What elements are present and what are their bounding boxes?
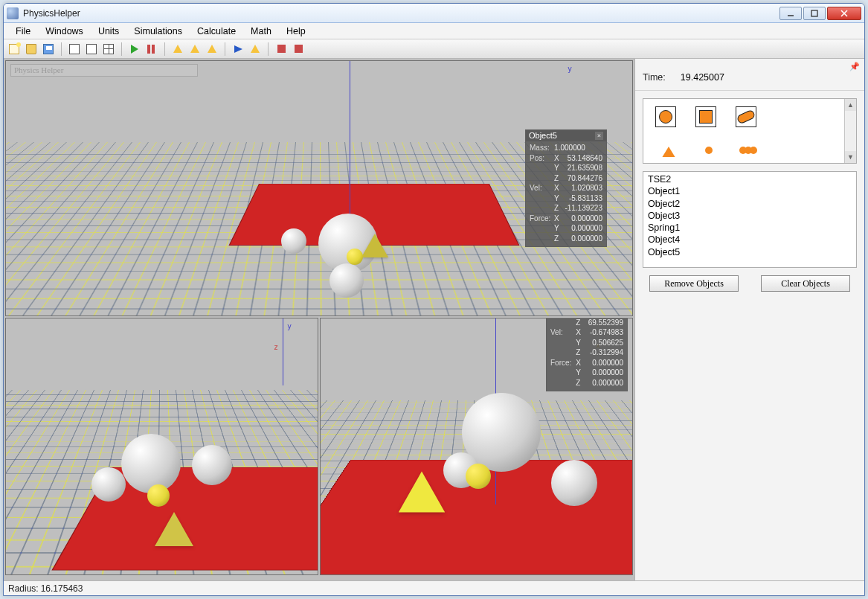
save-button[interactable] — [41, 42, 56, 57]
overlay-object5[interactable]: Object5 × Mass:1.000000 Pos:X53.148640 Y… — [525, 129, 607, 247]
list-item[interactable]: TSE2 — [648, 173, 852, 185]
arrow-right-icon — [234, 45, 242, 53]
palette-compound[interactable] — [739, 147, 759, 157]
stop2-button[interactable] — [291, 42, 306, 57]
toolbar — [4, 39, 864, 59]
menu-units[interactable]: Units — [91, 25, 126, 38]
side-panel: 📌 Time: 19.425007 ▲▼ TSE2 — [634, 59, 864, 580]
stop-icon — [295, 45, 303, 53]
clear-objects-button[interactable]: Clear Objects — [761, 275, 850, 292]
menu-file[interactable]: File — [8, 25, 38, 38]
viewport-watermark: Physics Helper — [10, 64, 198, 77]
step-button[interactable] — [231, 42, 245, 57]
viewport-top[interactable]: y Physics Helper Object5 × Mass:1.000000… — [5, 60, 633, 316]
separator — [225, 42, 225, 56]
new-icon — [9, 44, 19, 54]
separator — [61, 42, 62, 56]
play-button[interactable] — [127, 42, 142, 57]
separator — [121, 42, 122, 56]
svg-rect-1 — [811, 10, 817, 16]
pin-icon[interactable]: 📌 — [849, 62, 860, 71]
new-button[interactable] — [7, 42, 22, 57]
palette-cube[interactable] — [695, 106, 716, 127]
warning1-button[interactable] — [170, 42, 185, 57]
cone-icon — [660, 147, 677, 157]
palette-cone[interactable] — [658, 147, 679, 157]
minimize-button[interactable] — [779, 7, 802, 20]
close-button[interactable] — [827, 7, 861, 20]
point-icon — [705, 147, 713, 154]
menubar: File Windows Units Simulations Calculate… — [4, 23, 864, 39]
warning-icon — [208, 45, 216, 53]
app-icon — [7, 7, 19, 19]
object-list[interactable]: TSE2 Object1 Object2 Object3 Spring1 Obj… — [643, 171, 857, 268]
maximize-button[interactable] — [803, 7, 826, 20]
list-item[interactable]: Object2 — [648, 198, 852, 210]
warning2-button[interactable] — [187, 42, 202, 57]
open-button[interactable] — [24, 42, 39, 57]
list-item[interactable]: Spring1 — [648, 222, 852, 234]
status-radius-value: 16.175463 — [41, 583, 83, 594]
titlebar: PhysicsHelper — [4, 4, 864, 23]
viewport-bottom-left[interactable]: y z — [5, 318, 318, 575]
stop-icon — [277, 45, 286, 53]
palette-scrollbar[interactable]: ▲▼ — [844, 99, 856, 163]
overlay-object2[interactable]: Object2 × Mass:1.000000 Pos:X13.719904 Y… — [546, 318, 628, 391]
menu-math[interactable]: Math — [243, 25, 279, 38]
shape-palette: ▲▼ — [643, 98, 857, 164]
time-value: 19.425007 — [681, 72, 724, 83]
pause-button[interactable] — [144, 42, 159, 57]
status-radius-label: Radius: — [8, 583, 39, 594]
overlay-close-icon[interactable]: × — [595, 132, 603, 140]
warning3-button[interactable] — [205, 42, 219, 57]
separator — [268, 42, 269, 56]
play-icon — [131, 45, 138, 54]
menu-calculate[interactable]: Calculate — [190, 25, 243, 38]
list-item[interactable]: Object4 — [648, 234, 852, 246]
overlay-title: Object5 — [529, 131, 557, 141]
pause-icon — [147, 45, 156, 54]
axis-y-label: y — [568, 65, 572, 73]
cylinder-icon — [736, 109, 756, 124]
layout-single-icon — [69, 44, 80, 54]
layout-splitv-button[interactable] — [84, 42, 99, 57]
palette-sphere[interactable] — [655, 106, 676, 127]
layout-single-button[interactable] — [67, 42, 82, 57]
menu-windows[interactable]: Windows — [38, 25, 91, 38]
warning-icon — [173, 45, 182, 53]
warning4-button[interactable] — [248, 42, 263, 57]
window-title: PhysicsHelper — [23, 8, 80, 19]
layout-quad-button[interactable] — [101, 42, 116, 57]
separator — [164, 42, 165, 56]
list-item[interactable]: Object3 — [648, 210, 852, 222]
axis-y-label: y — [287, 323, 292, 330]
status-bar: Radius: 16.175463 — [4, 580, 864, 595]
palette-point[interactable] — [698, 147, 719, 157]
viewports: y Physics Helper Object5 × Mass:1.000000… — [4, 59, 634, 580]
save-icon — [43, 44, 54, 54]
palette-cylinder[interactable] — [736, 106, 756, 127]
remove-objects-button[interactable]: Remove Objects — [649, 275, 739, 292]
cube-icon — [699, 110, 713, 124]
sphere-icon — [659, 110, 672, 124]
time-label: Time: — [643, 72, 666, 83]
warning-icon — [190, 45, 199, 53]
layout-splitv-icon — [86, 44, 97, 54]
menu-help[interactable]: Help — [279, 25, 313, 38]
axis-z-label: z — [274, 344, 278, 351]
compound-icon — [742, 147, 757, 154]
list-item[interactable]: Object5 — [648, 246, 852, 258]
open-icon — [26, 44, 36, 54]
list-item[interactable]: Object1 — [648, 185, 852, 197]
viewport-bottom-right[interactable]: x Object2 × Mass:1.000000 Pos:X13.719904 — [320, 318, 633, 575]
layout-quad-icon — [103, 44, 114, 54]
stop1-button[interactable] — [274, 42, 289, 57]
menu-simulations[interactable]: Simulations — [126, 25, 190, 38]
warning-icon — [251, 45, 260, 53]
